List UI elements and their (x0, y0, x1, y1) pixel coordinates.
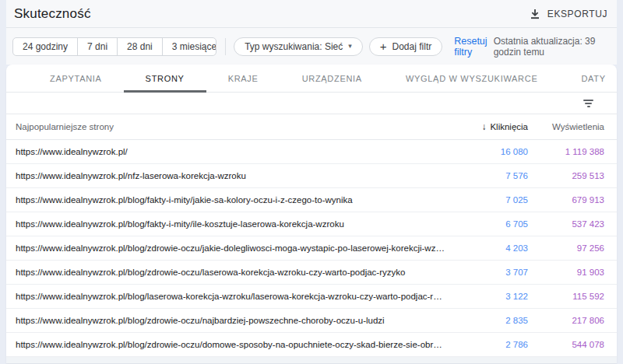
date-range-label: 28 dni (127, 41, 153, 52)
table-header: Najpopularniejsze strony ↓ Kliknięcia Wy… (6, 114, 617, 140)
date-range-button[interactable]: 24 godziny ▾ (13, 38, 78, 55)
page-url[interactable]: https://www.idealnywzrok.pl/blog/zdrowie… (16, 243, 453, 253)
tab-label: DATY (581, 74, 605, 83)
search-type-label: Typ wyszukiwania: Sieć (245, 41, 343, 52)
table-row[interactable]: https://www.idealnywzrok.pl/nfz-laserowa… (6, 164, 617, 188)
table-row[interactable]: https://www.idealnywzrok.pl/ 16 080 1 11… (6, 140, 617, 164)
table-row[interactable]: https://www.idealnywzrok.pl/blog/laserow… (6, 285, 617, 309)
chevron-down-icon: ▾ (348, 43, 352, 50)
vertical-divider (225, 38, 226, 55)
dimension-tab[interactable]: ZAPYTANIA (28, 65, 124, 92)
dimension-tab[interactable]: DATY (559, 65, 623, 92)
search-type-dropdown[interactable]: Typ wyszukiwania: Sieć ▾ (234, 37, 363, 56)
dimension-tab[interactable]: WYGLĄD W WYSZUKIWARCE (384, 65, 560, 92)
clicks-value: 2 786 (453, 340, 528, 349)
clicks-value: 3 122 (453, 292, 528, 301)
impressions-value: 544 078 (528, 340, 604, 349)
impressions-value: 679 913 (528, 195, 604, 205)
date-range-label: 24 godziny (23, 41, 68, 52)
impressions-value: 97 256 (528, 243, 604, 253)
dimension-tab[interactable]: STRONY (124, 65, 206, 92)
download-icon (530, 9, 540, 19)
date-range-label: 7 dni (87, 41, 107, 52)
clicks-column-label: Kliknięcia (490, 122, 528, 131)
clicks-value: 6 705 (453, 219, 528, 229)
export-label: EKSPORTUJ (547, 9, 607, 19)
impressions-value: 259 513 (528, 171, 604, 180)
impressions-value: 537 423 (528, 219, 604, 229)
page-url[interactable]: https://www.idealnywzrok.pl/blog/laserow… (16, 292, 453, 301)
tab-label: KRAJE (228, 74, 259, 83)
performance-page: Skuteczność EKSPORTUJ 24 godziny (0, 0, 623, 364)
table-row[interactable]: https://www.idealnywzrok.pl/blog/fakty-i… (6, 188, 617, 212)
date-range-button[interactable]: 7 dni ▾ (78, 38, 118, 55)
sort-desc-icon: ↓ (481, 121, 486, 132)
table-row[interactable]: https://www.idealnywzrok.pl/blog/zdrowie… (6, 261, 617, 285)
add-filter-button[interactable]: + Dodaj filtr (369, 37, 442, 56)
filter-funnel-icon[interactable] (580, 96, 597, 110)
filter-bar: 24 godziny ▾ 7 dni ▾ 28 dni ▾ 3 mie (6, 28, 617, 65)
tab-label: ZAPYTANIA (50, 74, 102, 83)
table-row[interactable]: https://www.idealnywzrok.pl/blog/zdrowie… (6, 333, 617, 357)
table-row[interactable]: https://www.idealnywzrok.pl/blog/zdrowie… (6, 236, 617, 261)
page-url[interactable]: https://www.idealnywzrok.pl/blog/zdrowie… (16, 316, 453, 325)
impressions-value: 217 806 (528, 316, 604, 325)
page-url[interactable]: https://www.idealnywzrok.pl/blog/zdrowie… (16, 340, 453, 349)
date-range-group: 24 godziny ▾ 7 dni ▾ 28 dni ▾ 3 mie (12, 37, 216, 56)
card-bottom-strip (6, 357, 617, 363)
page-url[interactable]: https://www.idealnywzrok.pl/nfz-laserowa… (16, 171, 453, 180)
table-row[interactable]: https://www.idealnywzrok.pl/blog/zdrowie… (6, 309, 617, 333)
add-filter-label: Dodaj filtr (392, 41, 432, 52)
clicks-value: 2 835 (453, 316, 528, 325)
column-header-clicks[interactable]: ↓ Kliknięcia (453, 121, 528, 132)
column-header-impressions[interactable]: Wyświetlenia (528, 122, 604, 131)
dimension-tabs: ZAPYTANIA STRONY KRAJE URZĄDZENIA WYGLĄD… (6, 65, 617, 93)
page-url[interactable]: https://www.idealnywzrok.pl/blog/fakty-i… (16, 195, 453, 205)
column-header-pages[interactable]: Najpopularniejsze strony (16, 122, 453, 131)
reset-filters-link[interactable]: Resetuj filtry (454, 36, 493, 58)
page-url[interactable]: https://www.idealnywzrok.pl/ (16, 147, 453, 156)
export-button[interactable]: EKSPORTUJ (530, 9, 607, 19)
date-range-button[interactable]: 28 dni ▾ (118, 38, 163, 55)
date-range-button[interactable]: 3 miesiące ▾ (163, 38, 217, 55)
page-title: Skuteczność (14, 6, 91, 22)
clicks-value: 3 707 (453, 268, 528, 277)
impressions-value: 115 592 (528, 292, 604, 301)
page-url[interactable]: https://www.idealnywzrok.pl/blog/zdrowie… (16, 268, 453, 277)
table-body: https://www.idealnywzrok.pl/ 16 080 1 11… (6, 140, 617, 357)
impressions-value: 1 119 388 (528, 147, 604, 156)
last-update-text: Ostatnia aktualizacja: 39 godzin temu (494, 36, 607, 58)
clicks-value: 7 576 (453, 171, 528, 180)
clicks-value: 4 203 (453, 243, 528, 253)
title-row: Skuteczność EKSPORTUJ (6, 0, 617, 28)
table-row[interactable]: https://www.idealnywzrok.pl/blog/fakty-i… (6, 212, 617, 236)
dimension-tab[interactable]: URZĄDZENIA (280, 65, 384, 92)
table-toolbar (6, 93, 617, 114)
page-url[interactable]: https://www.idealnywzrok.pl/blog/fakty-i… (16, 219, 453, 229)
clicks-value: 7 025 (453, 195, 528, 205)
tab-label: STRONY (146, 74, 185, 83)
date-range-label: 3 miesiące (172, 41, 216, 52)
dimension-tab[interactable]: KRAJE (206, 65, 280, 92)
impressions-value: 91 903 (528, 268, 604, 277)
tab-label: WYGLĄD W WYSZUKIWARCE (406, 74, 538, 83)
plus-icon: + (380, 40, 387, 52)
report-card: ZAPYTANIA STRONY KRAJE URZĄDZENIA WYGLĄD… (6, 65, 617, 363)
clicks-value: 16 080 (453, 147, 528, 156)
page-header: Skuteczność EKSPORTUJ 24 godziny (6, 0, 617, 65)
tab-label: URZĄDZENIA (302, 74, 362, 83)
